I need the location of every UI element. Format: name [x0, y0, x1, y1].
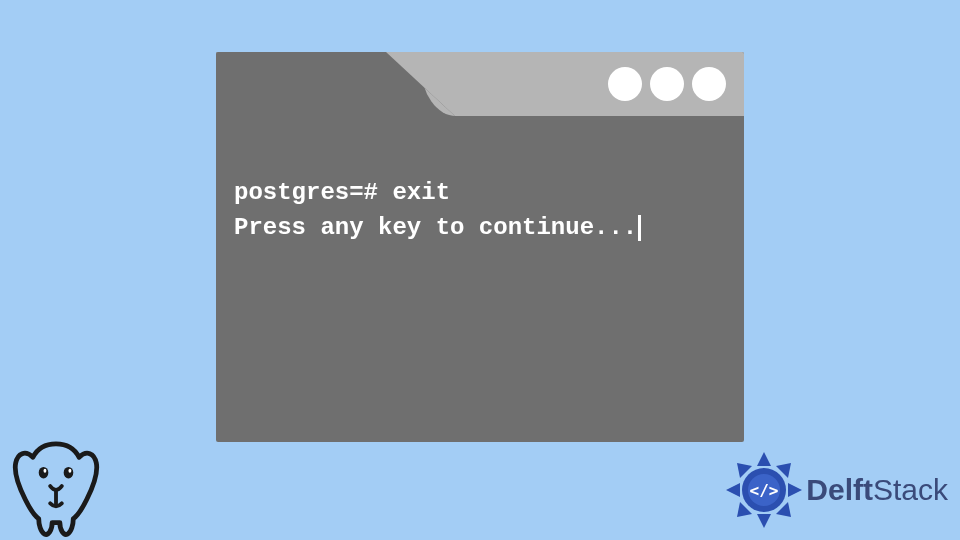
postgresql-logo-icon [8, 438, 104, 538]
svg-marker-6 [788, 483, 802, 497]
terminal-window: postgres=# exit Press any key to continu… [216, 52, 744, 442]
svg-point-0 [39, 467, 49, 479]
terminal-tab-curve [386, 52, 456, 117]
svg-point-3 [68, 469, 71, 473]
window-dot-icon [608, 67, 642, 101]
svg-marker-8 [757, 514, 771, 528]
window-controls [608, 67, 726, 101]
svg-marker-4 [757, 452, 771, 466]
terminal-prompt: postgres=# [234, 179, 378, 206]
delftstack-brand: </> DelftStack [724, 450, 948, 530]
cursor-icon [638, 215, 641, 241]
svg-point-1 [64, 467, 74, 479]
window-dot-icon [692, 67, 726, 101]
brand-delft: Delft [806, 473, 873, 506]
svg-text:</>: </> [750, 481, 779, 500]
window-dot-icon [650, 67, 684, 101]
code-medallion-icon: </> [724, 450, 804, 530]
svg-point-2 [44, 469, 47, 473]
terminal-output: Press any key to continue... [234, 214, 637, 241]
delftstack-wordmark: DelftStack [806, 473, 948, 507]
terminal-tab [216, 52, 386, 116]
terminal-titlebar [216, 52, 744, 116]
terminal-body: postgres=# exit Press any key to continu… [216, 116, 744, 264]
svg-marker-10 [726, 483, 740, 497]
terminal-command: exit [392, 179, 450, 206]
brand-stack: Stack [873, 473, 948, 506]
